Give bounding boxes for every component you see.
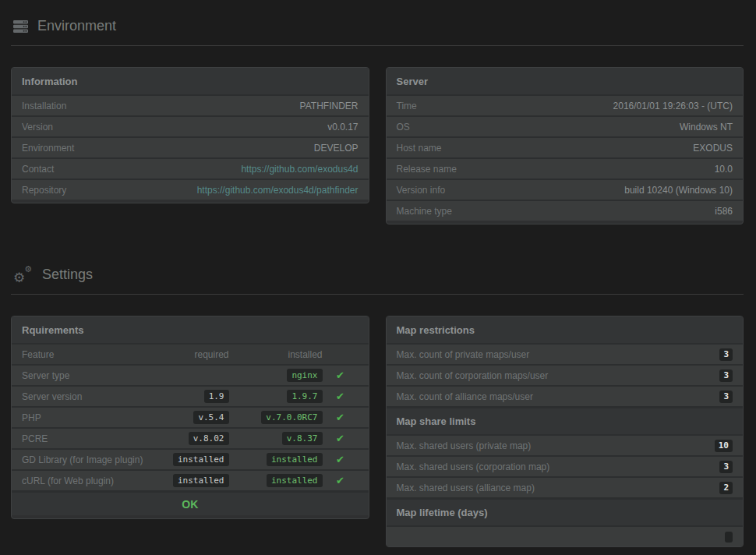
- check-icon: ✔: [336, 454, 344, 465]
- column-feature: Feature: [22, 349, 147, 360]
- column-installed: installed: [229, 349, 323, 360]
- requirements-status: OK: [12, 490, 369, 515]
- check-icon: ✔: [336, 391, 344, 402]
- server-row-time: Time 2016/01/01 19:26:03 - (UTC): [387, 94, 744, 115]
- column-required: required: [147, 349, 229, 360]
- req-row-server-type: Server type nginx ✔: [12, 364, 369, 385]
- check-icon: ✔: [336, 475, 344, 486]
- installed-badge: installed: [267, 474, 323, 487]
- information-panel-title: Information: [12, 68, 369, 94]
- info-row-repository: Repository https://github.com/exodus4d/p…: [12, 179, 369, 200]
- server-row-release: Release name 10.0: [387, 157, 744, 179]
- value-badge: 2: [719, 482, 733, 494]
- value-badge: 10: [715, 440, 733, 452]
- required-badge: installed: [173, 453, 229, 466]
- row-value: build 10240 (Windows 10): [624, 185, 733, 196]
- row-label: Max. shared users (corporation map): [397, 461, 550, 472]
- contact-link[interactable]: https://github.com/exodus4d: [241, 164, 358, 175]
- environment-settings-page: Environment Information Installation PAT…: [0, 0, 756, 555]
- value-badge: [725, 532, 733, 543]
- requirements-table-header: Feature required installed: [12, 343, 369, 364]
- row-value: i586: [715, 206, 733, 217]
- value-badge: 3: [719, 369, 733, 382]
- map-row-lifetime-clipped: [387, 525, 744, 546]
- req-row-php: PHP v.5.4 v.7.0.0RC7 ✔: [12, 406, 369, 427]
- settings-section-title: Settings: [42, 267, 93, 283]
- map-row-private-maps: Max. count of private maps/user 3: [387, 343, 744, 364]
- required-badge: 1.9: [204, 390, 229, 403]
- environment-section-header: Environment: [11, 0, 744, 46]
- repository-link[interactable]: https://github.com/exodus4d/pathfinder: [197, 185, 359, 196]
- environment-section-title: Environment: [37, 18, 116, 34]
- map-restrictions-title: Map restrictions: [387, 316, 744, 343]
- map-row-shared-private: Max. shared users (private map) 10: [387, 434, 744, 455]
- map-row-corporation-maps: Max. count of corporation maps/user 3: [387, 364, 744, 385]
- feature-label: cURL (for Web plugin): [22, 475, 147, 486]
- server-row-machinetype: Machine type i586: [387, 200, 744, 221]
- row-label: Max. count of private maps/user: [397, 349, 530, 360]
- feature-label: PCRE: [22, 433, 147, 444]
- settings-section-header: ⚙ ⚙ Settings: [11, 248, 744, 295]
- row-value: EXODUS: [693, 143, 733, 154]
- check-icon: ✔: [336, 369, 344, 381]
- gears-icon: ⚙ ⚙: [13, 266, 33, 283]
- server-panel-title: Server: [387, 68, 744, 94]
- required-badge: v.5.4: [193, 411, 228, 424]
- server-row-hostname: Host name EXODUS: [387, 136, 744, 157]
- check-icon: ✔: [336, 433, 344, 444]
- row-value: 10.0: [715, 164, 733, 175]
- req-row-server-version: Server version 1.9 1.9.7 ✔: [12, 385, 369, 406]
- row-label: Time: [397, 101, 417, 111]
- installed-badge: v.7.0.0RC7: [261, 411, 322, 424]
- environment-panels: Information Installation PATHFINDER Vers…: [11, 67, 744, 224]
- map-lifetime-title: Map lifetime (days): [387, 497, 744, 525]
- row-label: Environment: [22, 143, 74, 154]
- value-badge: 3: [719, 461, 733, 473]
- info-row-version: Version v0.0.17: [12, 115, 369, 136]
- required-badge: installed: [173, 474, 229, 487]
- row-value: 2016/01/01 19:26:03 - (UTC): [613, 101, 733, 111]
- row-value: DEVELOP: [314, 143, 359, 154]
- required-badge: v.8.02: [189, 432, 229, 445]
- settings-panels: Rquirements Feature required installed S…: [11, 316, 744, 547]
- row-value: PATHFINDER: [300, 101, 359, 111]
- feature-label: Server version: [22, 391, 147, 402]
- row-label: Installation: [22, 101, 66, 111]
- server-panel: Server Time 2016/01/01 19:26:03 - (UTC) …: [386, 67, 744, 224]
- row-label: OS: [397, 122, 410, 133]
- row-value: Windows NT: [680, 122, 733, 133]
- row-label: Version: [22, 122, 53, 133]
- req-row-curl: cURL (for Web plugin) installed installe…: [12, 469, 369, 490]
- gear-small-icon: ⚙: [24, 265, 32, 274]
- row-label: Version info: [397, 185, 446, 196]
- info-row-environment: Environment DEVELOP: [12, 136, 369, 157]
- installed-badge: installed: [267, 453, 323, 466]
- requirements-panel-title: Rquirements: [12, 316, 369, 343]
- row-label: Release name: [397, 164, 457, 175]
- server-row-os: OS Windows NT: [387, 115, 744, 136]
- gear-large-icon: ⚙: [13, 271, 25, 285]
- installed-badge: 1.9.7: [287, 390, 322, 403]
- value-badge: 3: [719, 348, 733, 361]
- value-badge: 3: [719, 391, 733, 403]
- req-row-gd-library: GD Library (for Image plugin) installed …: [12, 448, 369, 469]
- row-label: Contact: [22, 164, 54, 175]
- server-stack-icon: [13, 20, 28, 33]
- info-row-contact: Contact https://github.com/exodus4d: [12, 157, 369, 179]
- req-row-pcre: PCRE v.8.02 v.8.37 ✔: [12, 427, 369, 448]
- map-row-shared-corporation: Max. shared users (corporation map) 3: [387, 455, 744, 476]
- row-label: Machine type: [397, 206, 452, 217]
- row-label: Max. shared users (alliance map): [397, 483, 535, 493]
- row-label: Host name: [397, 143, 442, 154]
- info-row-installation: Installation PATHFINDER: [12, 94, 369, 115]
- row-label: Max. count of alliance maps/user: [397, 391, 533, 402]
- map-settings-panel: Map restrictions Max. count of private m…: [386, 316, 744, 547]
- row-value: v0.0.17: [327, 122, 358, 133]
- map-row-alliance-maps: Max. count of alliance maps/user 3: [387, 385, 744, 406]
- map-row-shared-alliance: Max. shared users (alliance map) 2: [387, 476, 744, 497]
- feature-label: GD Library (for Image plugin): [22, 454, 147, 465]
- row-label: Max. shared users (private map): [397, 440, 532, 451]
- row-label: Max. count of corporation maps/user: [397, 370, 549, 381]
- installed-badge: nginx: [287, 369, 322, 382]
- row-label: Repository: [22, 185, 66, 196]
